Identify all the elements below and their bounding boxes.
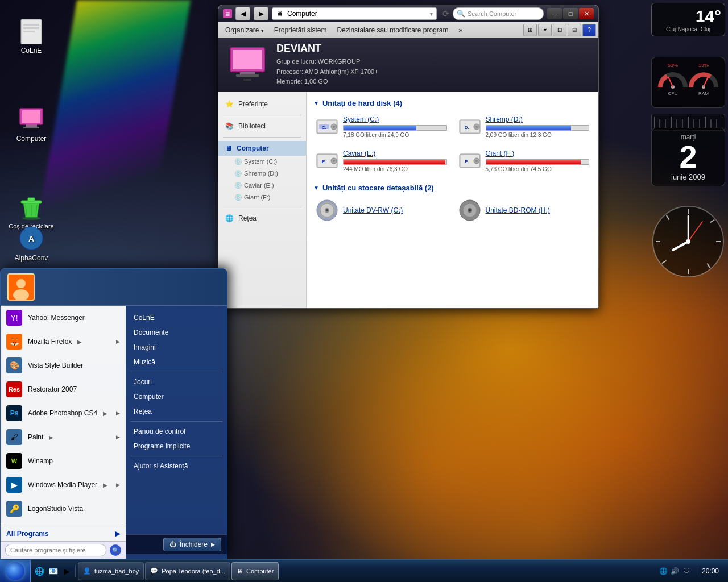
start-right-sep3 (130, 456, 222, 456)
drive-free-d: 2,09 GO liber din 12,3 GO (486, 132, 590, 138)
start-right-muzica[interactable]: Muzică (126, 355, 227, 369)
window-titlebar: 🖥 ◀ ▶ 🖥 Computer ▾ ⟳ 🔍 Search Computer ─ (218, 5, 598, 22)
calendar-widget: marți 2 iunie 2009 (651, 128, 725, 186)
drive-icon-f: F: (458, 151, 481, 171)
svg-point-66 (333, 160, 335, 162)
start-yahoo[interactable]: Y! Yahoo! Messenger (1, 306, 126, 330)
taskbar-tuzma[interactable]: 👤 tuzma_bad_boy (78, 562, 144, 580)
taskbar-popa[interactable]: 💬 Popa Teodora (teo_d... (145, 562, 230, 580)
drive-name-f: Giant (F:) (486, 149, 590, 157)
sidebar-caviar-e[interactable]: 💿 Caviar (E:) (218, 180, 306, 192)
close-button[interactable]: ✕ (579, 8, 594, 19)
forward-button[interactable]: ▶ (254, 7, 268, 20)
start-right-imagini[interactable]: Imagini (126, 340, 227, 355)
bdrom-label: Unitate BD-ROM (H:) (486, 206, 550, 214)
sidebar-giant-f[interactable]: 💿 Giant (F:) (218, 192, 306, 203)
computer-icon (18, 105, 45, 132)
drive-fill-e (344, 160, 445, 164)
sidebar-favorites[interactable]: ⭐ Preferințe (218, 97, 306, 111)
drive-dvdrw-g[interactable]: Unitate DV-RW (G:) (313, 198, 449, 223)
drive-bdrom-h[interactable]: Unitate BD-ROM (H:) (456, 198, 592, 223)
start-right-panou[interactable]: Panou de control (126, 424, 227, 439)
maximize-button[interactable]: □ (563, 8, 578, 19)
start-mediaplayer[interactable]: ▶ Windows Media Player ▶ (1, 473, 126, 497)
desktop-icon-computer[interactable]: Computer (9, 105, 54, 143)
start-logonstudio[interactable]: 🔑 LogonStudio Vista (1, 497, 126, 521)
hard-disks-title: Unități de hard disk (4) (322, 99, 402, 107)
start-firefox[interactable]: 🦊 Mozilla Firefox ▶ (1, 330, 126, 354)
mediaplayer-item-inner: ▶ Windows Media Player (6, 477, 97, 493)
drive-caviar-e[interactable]: E: Caviar (E:) 244 MO liber din 76,3 GO (313, 147, 449, 174)
system-props-menu[interactable]: Proprietăți sistem (270, 24, 332, 36)
start-right-ajutor[interactable]: Ajutor și Asistență (126, 459, 227, 473)
taskbar: 🌐 📧 ▶ 👤 tuzma_bad_boy 💬 Popa Teodora (te… (0, 559, 728, 582)
city: Cluj-Napoca, Cluj (655, 26, 721, 32)
start-right-computer[interactable]: Computer (126, 389, 227, 404)
start-restorator[interactable]: Res Restorator 2007 (1, 377, 126, 401)
libraries-icon: 📚 (225, 122, 234, 130)
shutdown-arrow: ▶ (211, 542, 215, 547)
computer-large-icon (228, 45, 267, 85)
drive-name-d: Shremp (D:) (486, 115, 590, 123)
shutdown-button[interactable]: ⏻ Închidere ▶ (163, 538, 221, 551)
minimize-button[interactable]: ─ (547, 8, 562, 19)
taskbar-computer[interactable]: 🖥 Computer (231, 562, 279, 580)
colne-label: CoLnE (21, 47, 42, 55)
removable-header[interactable]: ▼ Unități cu stocare detașabilă (2) (313, 184, 592, 192)
drive-giant-f[interactable]: F: Giant (F:) 5,73 GO liber din 74,5 GO (456, 147, 592, 174)
start-right-jocuri[interactable]: Jocuri (126, 375, 227, 389)
sidebar-system-c[interactable]: 💿 System (C:) (218, 156, 306, 168)
view-btn-1[interactable]: ⊞ (523, 24, 537, 36)
desktop-icon-colne[interactable]: CoLnE (9, 17, 54, 55)
tray-volume[interactable]: 🔊 (671, 567, 680, 576)
svg-point-71 (475, 160, 478, 162)
help-btn[interactable]: ? (582, 24, 596, 36)
start-right-retea[interactable]: Rețea (126, 404, 227, 419)
start-photoshop[interactable]: Ps Adobe Photoshop CS4 ▶ (1, 401, 126, 425)
system-tray: 🌐 🔊 🛡 20:00 (652, 567, 728, 576)
sidebar-network[interactable]: 🌐 Rețea (218, 211, 306, 226)
view-btn-3[interactable]: ⊡ (553, 24, 566, 36)
view-btn-2[interactable]: ▾ (538, 24, 552, 36)
drive-system-c[interactable]: C: System (C:) 7,18 GO liber din 24,9 GO (313, 113, 449, 140)
search-go-button[interactable]: 🔍 (110, 544, 121, 556)
photoshop-arrow: ▶ (103, 410, 107, 417)
organize-menu[interactable]: Organizare ▾ (221, 24, 268, 36)
start-footer: ⏻ Închidere ▶ (126, 534, 227, 554)
taskbar-clock[interactable]: 20:00 (697, 567, 723, 575)
desktop-icon-alphaconv[interactable]: A AlphaConv (9, 225, 54, 262)
start-button[interactable] (0, 560, 31, 583)
tray-security[interactable]: 🛡 (682, 567, 691, 576)
start-vistastyle[interactable]: 🎨 Vista Style Builder (1, 354, 126, 377)
uninstall-menu[interactable]: Dezinstalare sau modificare program (332, 24, 453, 36)
quick-ie[interactable]: 🌐 (33, 565, 46, 577)
address-bar[interactable]: 🖥 Computer ▾ (272, 7, 437, 20)
drive-info-f: Giant (F:) 5,73 GO liber din 74,5 GO (486, 149, 590, 172)
quick-media[interactable]: ▶ (60, 565, 73, 577)
tray-network[interactable]: 🌐 (659, 567, 668, 576)
tray-icons: 🌐 🔊 🛡 (657, 567, 693, 576)
start-paint[interactable]: 🖌 Paint ▶ (1, 425, 126, 449)
view-btn-4[interactable]: ⊟ (568, 24, 581, 36)
sidebar-libraries[interactable]: 📚 Biblioteci (218, 119, 306, 134)
start-right-programe[interactable]: Programe implicite (126, 439, 227, 454)
computer-name: DEVIANT (276, 43, 378, 55)
sidebar-shremp-d[interactable]: 💿 Shremp (D:) (218, 168, 306, 180)
search-input[interactable] (5, 544, 106, 556)
all-programs-button[interactable]: All Programs ▶ (1, 526, 126, 541)
drive-free-c: 7,18 GO liber din 24,9 GO (343, 132, 447, 138)
refresh-button[interactable]: ⟳ (442, 9, 449, 19)
yahoo-label: Yahoo! Messenger (28, 314, 85, 322)
quick-mail[interactable]: 📧 (47, 565, 59, 577)
hard-disks-header[interactable]: ▼ Unități de hard disk (4) (313, 99, 592, 107)
start-right-documente[interactable]: Documente (126, 325, 227, 340)
back-button[interactable]: ◀ (235, 7, 250, 20)
sidebar-computer[interactable]: 🖥 Computer (218, 141, 306, 156)
more-menu[interactable]: » (454, 24, 468, 36)
start-winamp[interactable]: W Winamp (1, 449, 126, 473)
search-placeholder: Search Computer (468, 10, 516, 17)
search-bar[interactable]: 🔍 Search Computer (453, 7, 544, 20)
start-right-colne[interactable]: CoLnE (126, 310, 227, 325)
drive-shremp-d[interactable]: D: Shremp (D:) 2,09 GO liber din 12,3 GO (456, 113, 592, 140)
svg-rect-50 (236, 74, 259, 77)
